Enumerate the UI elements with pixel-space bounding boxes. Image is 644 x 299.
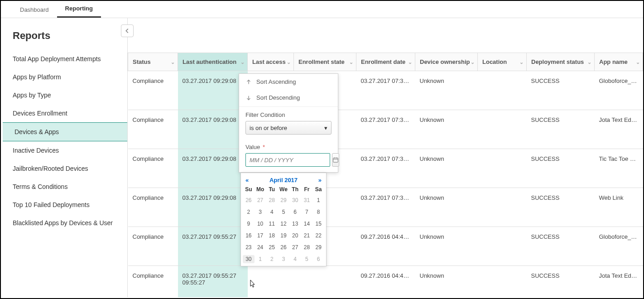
chevron-down-icon: ⌄ xyxy=(240,59,245,65)
table-cell: SUCCESS xyxy=(527,149,595,188)
column-header[interactable]: Last authentication⌄ xyxy=(178,53,248,71)
sidebar-item[interactable]: Terms & Conditions xyxy=(1,178,127,196)
table-row[interactable]: Compliance03.27.2017 09:55:2709:55:2709.… xyxy=(128,266,643,298)
filter-condition-select[interactable]: is on or before ▾ xyxy=(245,121,332,135)
datepicker-day[interactable]: 16 xyxy=(243,231,255,240)
table-row[interactable]: Compliance03.27.2017 09:29:0803.27.2017 … xyxy=(128,188,643,227)
table-cell: Compliance xyxy=(128,188,178,227)
datepicker-day[interactable]: 29 xyxy=(312,243,324,251)
datepicker-day[interactable]: 4 xyxy=(266,208,278,216)
table-cell: 03.27.2017 09:29:08 xyxy=(178,188,248,227)
column-header[interactable]: App name⌄ xyxy=(595,53,643,71)
column-header[interactable]: Enrollment date⌄ xyxy=(356,53,415,71)
column-header[interactable]: Enrollment state⌄ xyxy=(294,53,356,71)
datepicker-day[interactable]: 28 xyxy=(266,196,278,204)
datepicker-day[interactable]: 19 xyxy=(278,231,289,240)
filter-value-input[interactable] xyxy=(245,153,330,167)
table-cell: 03.27.2017 07:33:27 xyxy=(356,110,415,149)
datepicker-day[interactable]: 11 xyxy=(266,220,278,228)
datepicker-day[interactable]: 3 xyxy=(278,255,289,263)
column-header[interactable]: Location⌄ xyxy=(478,53,527,71)
sidebar-item[interactable]: Apps by Platform xyxy=(1,68,127,86)
datepicker-day[interactable]: 2 xyxy=(266,255,278,263)
datepicker-day[interactable]: 30 xyxy=(243,255,255,263)
datepicker-day[interactable]: 5 xyxy=(301,255,313,263)
datepicker-day[interactable]: 4 xyxy=(289,255,301,263)
datepicker-day[interactable]: 22 xyxy=(312,231,324,240)
sort-ascending-option[interactable]: Sort Ascending xyxy=(239,74,338,90)
datepicker-day[interactable]: 14 xyxy=(301,220,313,228)
datepicker-next-button[interactable]: » xyxy=(318,177,322,183)
sidebar-item[interactable]: Blacklisted Apps by Devices & User xyxy=(1,214,127,232)
table-row[interactable]: Compliance03.27.2017 09:29:0803.27.2017 … xyxy=(128,149,643,188)
datepicker-day[interactable]: 23 xyxy=(243,243,255,251)
calendar-icon xyxy=(332,157,339,163)
datepicker-day[interactable]: 8 xyxy=(312,208,324,216)
column-filter-popup: Sort Ascending Sort Descending Filter Co… xyxy=(239,73,338,173)
sidebar-collapse-button[interactable] xyxy=(121,24,134,37)
datepicker-day[interactable]: 17 xyxy=(255,231,266,240)
table-cell xyxy=(478,188,527,227)
table-cell: 03.27.2017 09:29:08 xyxy=(178,71,248,110)
datepicker-day[interactable]: 12 xyxy=(278,220,289,228)
sidebar-item[interactable]: Total App Deployment Attempts xyxy=(1,50,127,68)
sidebar-item[interactable]: Inactive Devices xyxy=(1,141,127,159)
table-cell: 09.27.2016 04:48:39 xyxy=(356,227,415,266)
datepicker-day[interactable]: 30 xyxy=(289,196,301,204)
tab-reporting[interactable]: Reporting xyxy=(57,0,101,18)
table-row[interactable]: Compliance03.27.2017 09:29:0803.27.2017 … xyxy=(128,71,643,110)
datepicker-day[interactable]: 29 xyxy=(278,196,289,204)
datepicker-day[interactable]: 5 xyxy=(278,208,289,216)
svg-rect-0 xyxy=(333,158,338,163)
datepicker-day[interactable]: 26 xyxy=(278,243,289,251)
datepicker-day[interactable]: 6 xyxy=(289,208,301,216)
datepicker-day[interactable]: 21 xyxy=(301,231,313,240)
sort-descending-option[interactable]: Sort Descending xyxy=(239,90,338,106)
datepicker-day[interactable]: 18 xyxy=(266,231,278,240)
tab-dashboard[interactable]: Dashboard xyxy=(12,2,57,18)
column-header[interactable]: Deployment status⌄ xyxy=(527,53,595,71)
table-cell xyxy=(294,266,356,298)
datepicker-day[interactable]: 24 xyxy=(255,243,266,251)
table-cell: 03.27.2017 09:55:2709:55:27 xyxy=(178,266,248,298)
datepicker-day[interactable]: 6 xyxy=(312,255,324,263)
table-cell: 03.27.2017 07:33:27 xyxy=(356,71,415,110)
datepicker-day[interactable]: 15 xyxy=(312,220,324,228)
column-header[interactable]: Device ownership⌄ xyxy=(415,53,478,71)
datepicker-day[interactable]: 13 xyxy=(289,220,301,228)
datepicker-day[interactable]: 25 xyxy=(266,243,278,251)
datepicker-day[interactable]: 7 xyxy=(301,208,313,216)
table-cell: SUCCESS xyxy=(527,188,595,227)
table-row[interactable]: Compliance03.27.2017 09:55:2709.27.2016 … xyxy=(128,227,643,266)
sidebar-item[interactable]: Apps by Type xyxy=(1,86,127,104)
datepicker-day[interactable]: 20 xyxy=(289,231,301,240)
table-cell: Compliance xyxy=(128,266,178,298)
datepicker-title[interactable]: April 2017 xyxy=(269,177,298,183)
sidebar-item[interactable]: Devices Enrollment xyxy=(1,104,127,122)
datepicker-dow: Su xyxy=(243,186,255,193)
sidebar-item[interactable]: Devices & Apps xyxy=(3,122,127,141)
table-cell: 03.27.2017 07:33:27 xyxy=(356,149,415,188)
table-row[interactable]: Compliance03.27.2017 09:29:0803.27.2017 … xyxy=(128,110,643,149)
datepicker-day[interactable]: 1 xyxy=(255,255,266,263)
sort-desc-label: Sort Descending xyxy=(256,94,300,101)
datepicker-day[interactable]: 1 xyxy=(312,196,324,204)
sidebar-item[interactable]: Jailbroken/Rooted Devices xyxy=(1,159,127,178)
datepicker-day[interactable]: 27 xyxy=(255,196,266,204)
datepicker-day[interactable]: 9 xyxy=(243,220,255,228)
datepicker-day[interactable]: 3 xyxy=(255,208,266,216)
sidebar-item[interactable]: Top 10 Failed Deployments xyxy=(1,196,127,214)
datepicker-day[interactable]: 2 xyxy=(243,208,255,216)
table-cell: 09.27.2016 04:48:39 xyxy=(356,266,415,298)
calendar-button[interactable] xyxy=(332,153,339,167)
datepicker-day[interactable]: 28 xyxy=(301,243,313,251)
datepicker-day[interactable]: 27 xyxy=(289,243,301,251)
datepicker-day[interactable]: 26 xyxy=(243,196,255,204)
datepicker-day[interactable]: 10 xyxy=(255,220,266,228)
column-header[interactable]: Status⌄ xyxy=(128,53,178,71)
datepicker-prev-button[interactable]: « xyxy=(245,177,249,183)
table-cell: 03.27.2017 09:29:08 xyxy=(178,110,248,149)
datepicker-day[interactable]: 31 xyxy=(301,196,313,204)
table-cell: Unknown xyxy=(415,266,478,298)
column-header[interactable]: Last access⌄ xyxy=(248,53,294,71)
